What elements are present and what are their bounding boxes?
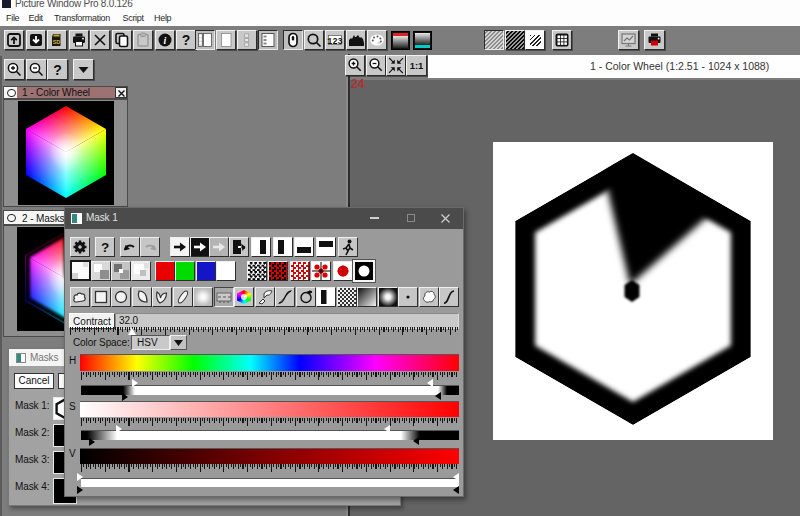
svg-text:?: ? xyxy=(53,62,62,78)
svg-text:SD: SD xyxy=(53,39,61,45)
svg-text:1:1: 1:1 xyxy=(410,60,424,71)
svg-text:i: i xyxy=(163,35,166,46)
svg-text:?: ? xyxy=(101,240,109,255)
svg-text:123: 123 xyxy=(327,37,342,47)
svg-text:?: ? xyxy=(182,32,191,48)
